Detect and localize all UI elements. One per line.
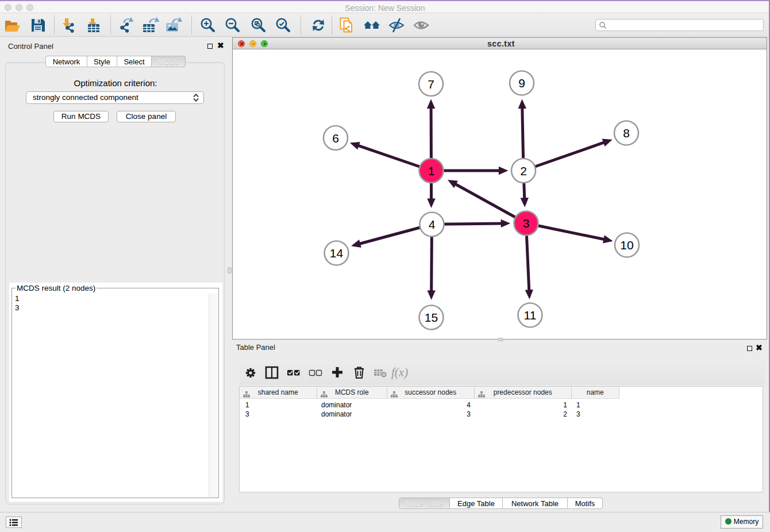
svg-text:6: 6 [332,132,339,145]
svg-text:8: 8 [623,126,630,140]
svg-text:7: 7 [428,78,434,91]
svg-text:4: 4 [429,218,436,231]
svg-text:f(x): f(x) [391,365,408,379]
svg-text:2: 2 [520,164,527,178]
svg-text:3: 3 [523,217,530,230]
svg-text:11: 11 [524,309,537,322]
svg-text:1: 1 [428,164,435,178]
svg-text:9: 9 [518,76,525,90]
svg-text:15: 15 [425,311,438,324]
svg-text:10: 10 [620,238,633,252]
svg-text:14: 14 [330,246,344,260]
